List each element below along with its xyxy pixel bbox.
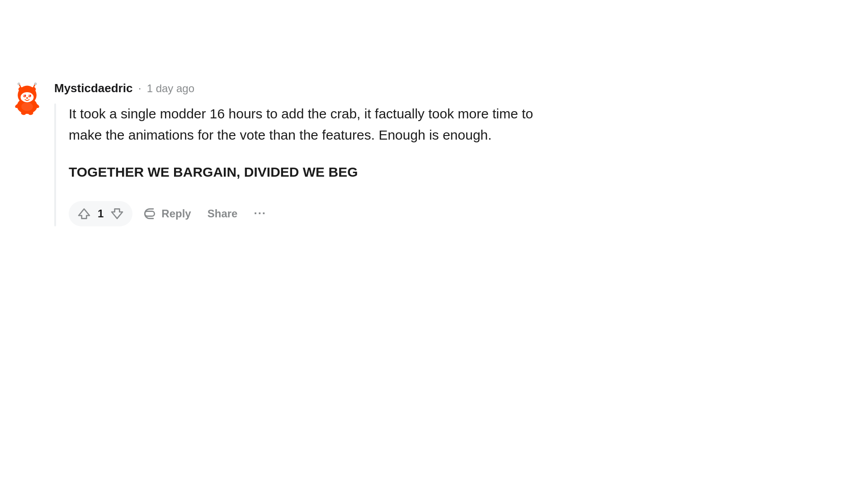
svg-point-15 <box>34 83 37 85</box>
svg-point-9 <box>26 97 28 99</box>
action-bar: 1 <box>69 201 850 226</box>
svg-point-20 <box>21 102 33 111</box>
upvote-button[interactable] <box>75 205 93 223</box>
timestamp: 1 day ago <box>147 82 194 95</box>
comment-slogan: TOGETHER WE BARGAIN, DIVIDED WE BEG <box>69 162 850 183</box>
page: Mysticdaedric · 1 day ago It took a sing… <box>0 0 868 488</box>
reply-icon <box>142 206 157 221</box>
share-button[interactable]: Share <box>201 204 244 224</box>
svg-rect-21 <box>145 211 155 216</box>
svg-point-11 <box>32 87 36 92</box>
comment-text: It took a single modder 16 hours to add … <box>69 103 850 145</box>
svg-point-10 <box>19 87 23 92</box>
downvote-icon <box>110 206 124 221</box>
share-label: Share <box>208 207 238 220</box>
dot-separator: · <box>138 81 141 95</box>
more-label: ··· <box>254 206 266 221</box>
svg-point-8 <box>29 95 31 96</box>
comment-header: Mysticdaedric · 1 day ago <box>54 81 850 95</box>
comment-content-area: It took a single modder 16 hours to add … <box>69 103 850 226</box>
more-options-button[interactable]: ··· <box>247 203 273 224</box>
left-border-wrapper: It took a single modder 16 hours to add … <box>54 103 850 226</box>
upvote-icon <box>77 206 91 221</box>
vote-count: 1 <box>96 207 105 220</box>
downvote-button[interactable] <box>108 205 126 223</box>
username[interactable]: Mysticdaedric <box>54 81 132 95</box>
comment-item: Mysticdaedric · 1 day ago It took a sing… <box>9 81 850 226</box>
comment-body: Mysticdaedric · 1 day ago It took a sing… <box>54 81 850 226</box>
thread-line <box>54 103 56 226</box>
reply-label: Reply <box>161 207 191 220</box>
vote-section: 1 <box>69 201 132 226</box>
svg-point-13 <box>18 83 20 85</box>
avatar-section <box>9 81 45 226</box>
reply-button[interactable]: Reply <box>136 203 197 225</box>
svg-point-7 <box>24 95 26 96</box>
avatar <box>9 81 45 117</box>
